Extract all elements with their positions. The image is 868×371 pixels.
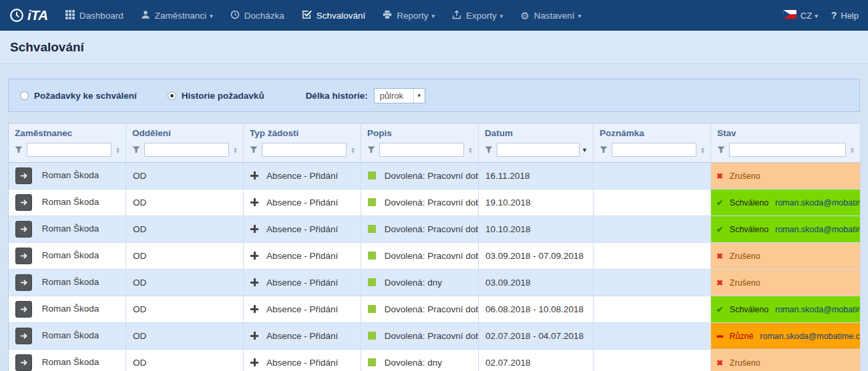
column-sort-label[interactable]: Zaměstnanec: [15, 128, 120, 138]
nav-item-nastaveni[interactable]: ⚙ Nastavení ▾: [520, 11, 581, 21]
department-cell: OD: [126, 350, 244, 371]
filter-funnel-icon[interactable]: [132, 146, 140, 153]
filter-funnel-icon[interactable]: [367, 146, 375, 153]
sort-icon[interactable]: ▲▼: [700, 147, 705, 153]
open-row-button[interactable]: [15, 354, 32, 371]
filter-input-popis[interactable]: [379, 143, 464, 157]
logo-text: iTA: [27, 7, 48, 23]
radio-request-history[interactable]: Historie požadavků: [168, 91, 264, 101]
printer-icon: [383, 10, 392, 21]
radio-checked-icon: [168, 91, 176, 100]
language-selector[interactable]: CZ ▾: [783, 10, 818, 21]
status-email: roman.skoda@mobatime.cz: [760, 332, 860, 341]
sort-icon[interactable]: ▲▼: [850, 147, 855, 153]
column-sort-label[interactable]: Poznámka: [600, 128, 705, 138]
open-row-button[interactable]: [15, 248, 32, 264]
date-filter-caret-icon[interactable]: ▼: [582, 147, 588, 153]
content: Požadavky ke schválení Historie požadavk…: [0, 79, 868, 371]
employee-cell: Roman Škoda: [9, 216, 126, 243]
status-cell: ✖ Zrušeno: [711, 243, 861, 270]
status-cell: ••• Různé roman.skoda@mobatime.cz: [711, 323, 861, 350]
date-value: 02.07.2018 - 04.07.2018: [485, 331, 584, 341]
employee-cell: Roman Škoda: [9, 163, 126, 190]
table-row: Roman Škoda OD Absence - Přidání Dovolen…: [9, 323, 861, 350]
open-row-button[interactable]: [15, 301, 32, 318]
question-mark-icon: ?: [831, 10, 837, 21]
filter-input-oddeleni[interactable]: [144, 143, 229, 157]
dashboard-grid-icon: [65, 10, 75, 21]
table-row: Roman Škoda OD Absence - Přidání Dovolen…: [9, 216, 861, 243]
employee-name: Roman Škoda: [42, 357, 99, 367]
select-value: půlrok: [375, 89, 413, 103]
vacation-color-swatch: [368, 358, 376, 366]
plus-icon: [250, 278, 258, 286]
user-icon: [141, 10, 150, 21]
request-type-cell: Absence - Přidání: [244, 270, 361, 296]
title-bar: Schvalování: [0, 31, 868, 64]
open-row-button[interactable]: [15, 167, 32, 184]
department-cell: OD: [126, 243, 244, 270]
request-type-label: Absence - Přidání: [266, 224, 338, 234]
filter-funnel-icon[interactable]: [600, 146, 608, 153]
sort-icon[interactable]: ▲▼: [233, 147, 238, 153]
nav-item-label: Docházka: [244, 11, 284, 21]
employee-name: Roman Škoda: [42, 304, 99, 314]
vacation-color-swatch: [368, 252, 376, 260]
nav-item-label: Reporty: [397, 11, 428, 21]
chevron-down-icon: ▾: [578, 13, 582, 19]
employee-cell: Roman Škoda: [9, 350, 126, 371]
status-cell: ✖ Zrušeno: [711, 350, 861, 371]
filter-input-poznamka[interactable]: [612, 143, 696, 157]
nav-item-dashboard[interactable]: Dashboard: [65, 10, 124, 21]
filter-input-stav[interactable]: [729, 143, 846, 157]
filter-input-typ-zadosti[interactable]: [262, 143, 347, 157]
open-row-button[interactable]: [15, 194, 32, 211]
filter-funnel-icon[interactable]: [15, 146, 23, 153]
status-icon: ✔: [716, 198, 723, 208]
nav-item-label: Schvalování: [316, 11, 366, 21]
nav-item-zamestnanci[interactable]: Zaměstnanci ▾: [141, 10, 213, 21]
logo[interactable]: iTA: [9, 7, 48, 23]
sort-icon[interactable]: ▲▼: [116, 147, 120, 153]
open-row-button[interactable]: [15, 274, 32, 291]
department-cell: OD: [126, 270, 244, 296]
sort-icon[interactable]: ▲▼: [351, 147, 355, 153]
sort-icon[interactable]: ▲▼: [468, 147, 473, 153]
employee-cell: Roman Škoda: [9, 323, 126, 350]
status-icon: ✔: [716, 225, 723, 234]
column-sort-label[interactable]: Oddělení: [132, 128, 238, 138]
description-label: Dovolená: Pracovní doba: [385, 331, 479, 341]
nav-item-dochazka[interactable]: Docházka: [230, 10, 284, 21]
column-sort-label[interactable]: Typ žádosti: [250, 128, 355, 138]
column-sort-label[interactable]: Popis: [367, 128, 473, 138]
date-value: 03.09.2018 - 07.09.2018: [485, 251, 584, 261]
filter-funnel-icon[interactable]: [250, 146, 258, 153]
radio-pending-approval[interactable]: Požadavky ke schválení: [20, 91, 137, 101]
table-row: Roman Škoda OD Absence - Přidání Dovolen…: [9, 270, 861, 296]
filter-funnel-icon[interactable]: [717, 146, 725, 153]
column-sort-label[interactable]: Datum: [485, 128, 588, 138]
open-row-button[interactable]: [15, 221, 32, 238]
open-row-button[interactable]: [15, 328, 32, 344]
nav-item-label: Exporty: [466, 11, 497, 21]
column-sort-label[interactable]: Stav: [717, 128, 855, 138]
date-value: 03.09.2018: [485, 278, 531, 288]
filter-input-datum[interactable]: [497, 143, 580, 157]
filter-input-zamestnanec[interactable]: [27, 143, 112, 157]
vacation-color-swatch: [368, 305, 376, 313]
nav-item-label: Nastavení: [534, 11, 575, 21]
date-cell: 03.09.2018 - 07.09.2018: [479, 243, 594, 270]
nav-item-schvalovani[interactable]: Schvalování: [302, 9, 366, 21]
nav-item-reporty[interactable]: Reporty ▾: [383, 10, 435, 21]
department-name: OD: [133, 358, 146, 368]
history-length-select[interactable]: půlrok ▼: [374, 88, 425, 103]
request-type-label: Absence - Přidání: [266, 198, 338, 208]
filter-funnel-icon[interactable]: [485, 146, 493, 153]
description-cell: Dovolená: Pracovní doba: [361, 163, 479, 190]
chevron-down-icon: ▾: [432, 13, 435, 19]
nav-item-exporty[interactable]: Exporty ▾: [452, 10, 503, 21]
description-label: Dovolená: dny: [385, 358, 442, 368]
request-type-cell: Absence - Přidání: [244, 296, 361, 323]
help-link[interactable]: ? Help: [831, 10, 859, 21]
description-label: Dovolená: dny: [385, 278, 442, 288]
